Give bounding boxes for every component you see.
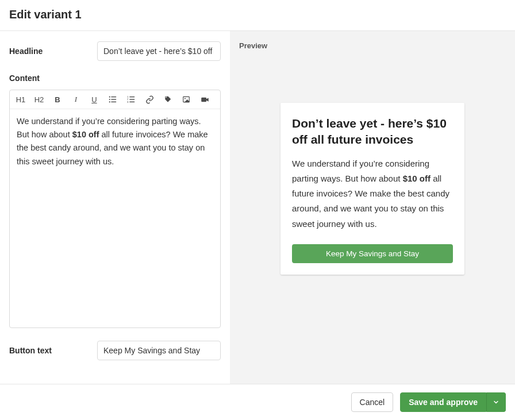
save-options-dropdown[interactable]	[486, 392, 506, 412]
save-split-button: Save and approve	[400, 392, 506, 412]
link-button[interactable]	[144, 95, 155, 104]
headline-label: Headline	[9, 47, 43, 56]
rich-text-editor: H1 H2 B I U 123	[9, 90, 221, 328]
svg-rect-7	[129, 97, 134, 97]
form-column: Headline Content H1 H2 B I U	[0, 31, 230, 384]
preview-card: Don’t leave yet - here’s $10 off all fut…	[280, 103, 464, 275]
bold-button[interactable]: B	[52, 95, 63, 104]
svg-point-0	[109, 97, 110, 98]
content-text-bold: $10 off	[72, 130, 99, 139]
editor-textarea[interactable]: We understand if you’re considering part…	[10, 109, 220, 327]
editor-toolbar: H1 H2 B I U 123	[10, 90, 220, 109]
headline-row: Headline	[9, 41, 221, 61]
image-button[interactable]	[181, 95, 191, 103]
svg-point-4	[109, 101, 110, 102]
ordered-list-button[interactable]: 123	[126, 95, 136, 103]
preview-title: Don’t leave yet - here’s $10 off all fut…	[292, 115, 453, 148]
svg-text:3: 3	[127, 101, 129, 103]
svg-rect-1	[111, 97, 116, 97]
page-title: Edit variant 1	[9, 8, 506, 21]
svg-point-2	[109, 99, 110, 100]
modal-footer: Cancel Save and approve	[0, 384, 515, 420]
italic-button[interactable]: I	[71, 95, 81, 104]
modal-header: Edit variant 1	[0, 0, 515, 31]
preview-column: Preview Don’t leave yet - here’s $10 off…	[230, 31, 515, 384]
h2-button[interactable]: H2	[34, 95, 44, 104]
svg-rect-5	[111, 102, 116, 102]
chevron-down-icon	[493, 399, 499, 406]
save-and-approve-button[interactable]: Save and approve	[400, 392, 486, 412]
cancel-button[interactable]: Cancel	[351, 392, 394, 412]
content-label: Content	[9, 74, 221, 83]
headline-input[interactable]	[97, 41, 221, 61]
svg-rect-9	[129, 99, 134, 99]
button-text-input[interactable]	[97, 341, 221, 360]
tag-button[interactable]	[163, 95, 173, 103]
preview-body-bold: $10 off	[403, 174, 431, 183]
bullet-list-button[interactable]	[107, 95, 118, 103]
preview-label: Preview	[239, 41, 506, 50]
svg-rect-3	[111, 99, 116, 99]
preview-body: We understand if you’re considering part…	[292, 156, 453, 232]
h1-button[interactable]: H1	[16, 95, 26, 104]
button-text-row: Button text	[9, 341, 221, 360]
svg-point-13	[185, 98, 186, 99]
button-text-label: Button text	[9, 346, 52, 355]
svg-rect-14	[201, 97, 206, 102]
preview-cta-button[interactable]: Keep My Savings and Stay	[292, 244, 453, 263]
svg-rect-11	[129, 102, 134, 102]
underline-button[interactable]: U	[89, 95, 99, 104]
video-button[interactable]	[199, 95, 210, 104]
